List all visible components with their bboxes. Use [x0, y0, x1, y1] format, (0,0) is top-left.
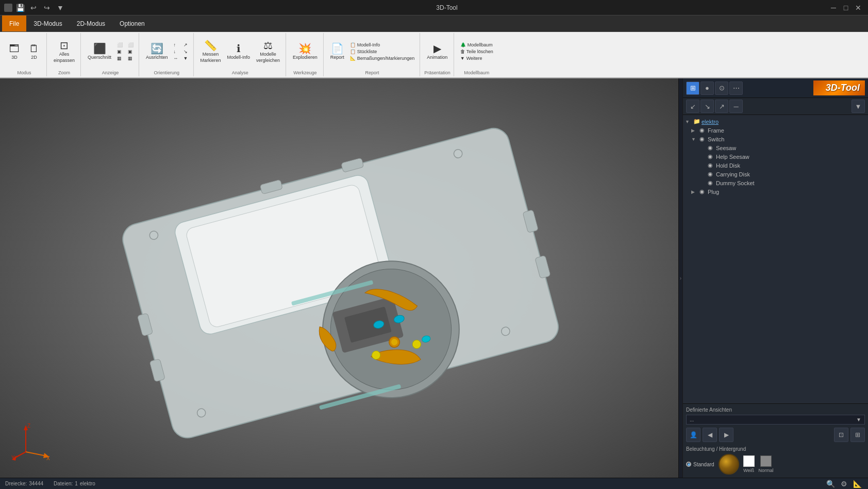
titlebar: 💾 ↩ ↪ ▼ 3D-Tool ─ □ ✕	[0, 0, 868, 15]
ribbon-btn-modell-info2[interactable]: 📋 Modell-Info	[348, 42, 417, 48]
expand-elektro[interactable]: ▼	[685, 119, 692, 124]
panel-collapse-handle[interactable]: ›	[678, 78, 682, 478]
ribbon-group-label-report: Report	[328, 69, 417, 75]
nav-controls: 👤 ◀ ▶ ⊡ ⊞	[686, 428, 865, 442]
tree-item-carrying-disk[interactable]: ◉ Carrying Disk	[683, 170, 868, 178]
menu-file[interactable]: File	[2, 15, 26, 31]
ribbon-btn-modell-info[interactable]: ℹ Modell-Info	[225, 42, 253, 61]
ribbon-col-modellbaum: 🌲 Modellbaum 🗑 Teile löschen ▼ Weitere	[458, 42, 495, 61]
ribbon-btn-orient-5[interactable]: ↘	[181, 48, 190, 55]
ribbon-btn-querschnitt[interactable]: ⬛ Querschnitt	[85, 42, 114, 61]
ribbon-btn-anzeige-3[interactable]: ▦	[115, 55, 125, 61]
ribbon-btn-orient-4[interactable]: ↗	[181, 42, 190, 48]
panel-btn2-filter[interactable]: ▼	[852, 100, 865, 113]
ribbon-col-anzeige2: ⬜ ▣ ▦	[126, 42, 136, 61]
menu-2d-modus[interactable]: 2D-Modus	[70, 15, 112, 31]
tree-item-elektro[interactable]: ▼ 📁 elektro	[683, 117, 868, 126]
panel-btn-circle[interactable]: ⊙	[715, 82, 728, 95]
panel-btn-3d-view[interactable]: ⊞	[686, 82, 699, 95]
ribbon-btn-alles-einpassen[interactable]: ⊡ Alles einpassen	[51, 39, 77, 64]
ribbon-btn-anzeige-5[interactable]: ▣	[126, 48, 136, 55]
svg-text:X: X	[46, 455, 50, 461]
toolbar-save[interactable]: 💾	[14, 2, 26, 13]
tree-item-dummy-socket[interactable]: ◉ Dummy Socket	[683, 178, 868, 187]
menu-optionen[interactable]: Optionen	[112, 15, 152, 31]
ribbon-btn-animation[interactable]: ▶ Animation	[424, 42, 450, 61]
ribbon-btn-ausrichten[interactable]: 🔄 Ausrichten	[143, 42, 171, 61]
globe-icon[interactable]	[719, 454, 739, 475]
tree-item-hold-disk[interactable]: ◉ Hold Disk	[683, 161, 868, 170]
ribbon-group-label-zoom: Zoom	[51, 69, 77, 75]
ribbon-btn-anzeige-4[interactable]: ⬜	[126, 42, 136, 48]
statusbar-zoom-btn[interactable]: 🔍	[825, 478, 836, 490]
ribbon-btn-modellbaum[interactable]: 🌲 Modellbaum	[458, 42, 495, 48]
ribbon-col-anzeige: ⬜ ▣ ▦	[115, 42, 125, 61]
nav-btn-person[interactable]: 👤	[686, 428, 700, 442]
panel-btn-more[interactable]: ⋯	[729, 82, 743, 95]
nav-btn-forward[interactable]: ▶	[719, 428, 733, 442]
toolbar-undo[interactable]: ↩	[28, 2, 39, 13]
expand-frame[interactable]: ▶	[691, 128, 698, 133]
nav-btn-fit2[interactable]: ⊞	[850, 428, 865, 442]
panel-btn2-4[interactable]: ─	[729, 100, 743, 113]
ribbon-btn-teile-loeschen[interactable]: 🗑 Teile löschen	[458, 48, 495, 55]
ribbon-btn-anzeige-2[interactable]: ▣	[115, 48, 125, 55]
ribbon-btn-stueckliste[interactable]: 📋 Stückliste	[348, 48, 417, 55]
ribbon-btn-report[interactable]: 📄 Report	[328, 42, 347, 61]
minimize-button[interactable]: ─	[828, 2, 839, 13]
viewport[interactable]: Z X Y	[0, 78, 678, 478]
tree-label-carrying-disk: Carrying Disk	[716, 171, 750, 177]
radio-standard[interactable]: Standard	[686, 462, 714, 467]
treeview[interactable]: ▼ 📁 elektro ▶ ◉ Frame ▼ ◉ Switch ◉ Seesa…	[683, 115, 868, 403]
tree-item-switch[interactable]: ▼ ◉ Switch	[683, 135, 868, 143]
panel-btn2-3[interactable]: ↗	[715, 100, 728, 113]
orient4-icon: ↗	[183, 42, 188, 47]
tree-label-elektro[interactable]: elektro	[702, 119, 719, 125]
ribbon-btn-explodieren[interactable]: 💥 Explodieren	[290, 42, 320, 61]
nav-btn-back[interactable]: ◀	[703, 428, 717, 442]
part-icon-help-seesaw: ◉	[708, 153, 715, 160]
ribbon-btn-anzeige-6[interactable]: ▦	[126, 55, 136, 61]
tree-item-help-seesaw[interactable]: ◉ Help Seesaw	[683, 152, 868, 161]
ribbon-btn-weitere[interactable]: ▼ Weitere	[458, 55, 495, 61]
main-area: Z X Y › ⊞ ● ⊙ ⋯ 3D-Tool ↙	[0, 78, 868, 478]
statusbar-measure-btn[interactable]: 📐	[852, 478, 863, 490]
tree-item-frame[interactable]: ▶ ◉ Frame	[683, 126, 868, 135]
panel-toolbar: ⊞ ● ⊙ ⋯ 3D-Tool	[683, 78, 868, 98]
ribbon-btn-orient-3[interactable]: ↔	[172, 55, 180, 61]
toolbar-redo[interactable]: ↪	[41, 2, 53, 13]
close-button[interactable]: ✕	[853, 2, 864, 13]
ribbon-btn-modelle-vergleichen[interactable]: ⚖ Modelle vergleichen	[254, 39, 282, 64]
toolbar-more[interactable]: ▼	[55, 2, 66, 13]
white-swatch[interactable]	[743, 455, 755, 467]
panel-btn2-2[interactable]: ↘	[700, 100, 714, 113]
gray-swatch[interactable]	[760, 455, 772, 467]
white-swatch-group: Weiß	[743, 455, 755, 473]
statusbar-settings-btn[interactable]: ⚙	[838, 478, 849, 490]
panel-btn2-1[interactable]: ↙	[686, 100, 699, 113]
ribbon-btn-anzeige-1[interactable]: ⬜	[115, 42, 125, 48]
nav-btn-fit1[interactable]: ⊡	[834, 428, 848, 442]
maximize-button[interactable]: □	[840, 2, 852, 13]
defined-views-dropdown[interactable]: ... ▼	[686, 415, 865, 425]
ribbon-btns-zoom: ⊡ Alles einpassen	[51, 34, 77, 69]
ribbon-btn-orient-2[interactable]: ↓	[172, 48, 180, 55]
ribbon-label-querschnitt: Querschnitt	[88, 55, 111, 60]
ribbon-btn-orient-6[interactable]: ▼	[181, 55, 190, 61]
triangles-value: 34444	[29, 481, 43, 486]
ribbon-btn-3d[interactable]: 🗔 3D	[5, 42, 24, 61]
panel-btn-red[interactable]: ●	[700, 82, 714, 95]
expand-seesaw	[699, 145, 707, 151]
ribbon-label-markieren: Markieren	[201, 58, 221, 63]
expand-switch[interactable]: ▼	[691, 137, 698, 142]
tree-item-plug[interactable]: ▶ ◉ Plug	[683, 187, 868, 196]
expand-plug[interactable]: ▶	[691, 189, 698, 194]
part-icon-hold-disk: ◉	[708, 162, 715, 169]
ribbon-btn-2d[interactable]: 🗒 2D	[25, 42, 43, 61]
ribbon-btn-bemassungen[interactable]: 📐 Bemaßungen/Markierungen	[348, 55, 417, 61]
tree-item-seesaw[interactable]: ◉ Seesaw	[683, 143, 868, 152]
ribbon-btn-messen-markieren[interactable]: 📏 Messen Markieren	[198, 39, 224, 64]
expand-hold-disk	[699, 163, 707, 168]
ribbon-btn-orient-1[interactable]: ↑	[172, 42, 180, 48]
menu-3d-modus[interactable]: 3D-Modus	[26, 15, 69, 31]
